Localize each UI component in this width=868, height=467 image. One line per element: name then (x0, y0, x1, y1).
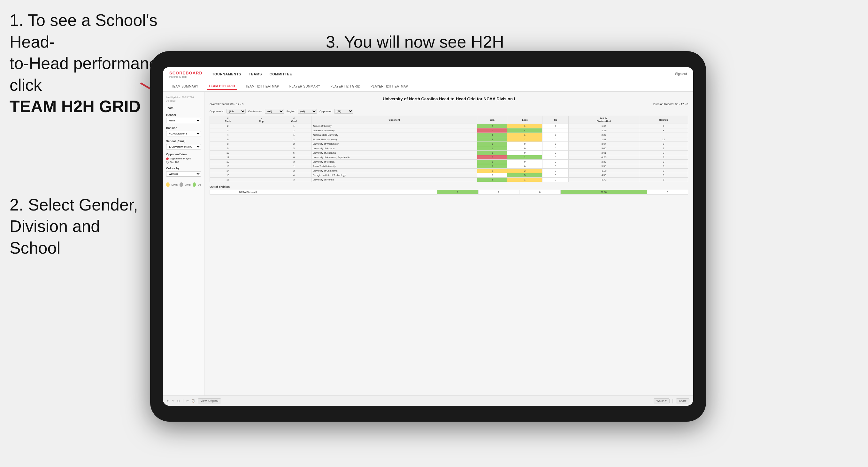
radio-opponents-played[interactable]: Opponents Played (166, 157, 201, 160)
grid-title: University of North Carolina Head-to-Hea… (210, 96, 688, 101)
logo-text: SCOREBOARD (169, 71, 203, 75)
nav-items: TOURNAMENTS TEAMS COMMITTEE (212, 71, 675, 77)
out-of-division-table: NCAA Division II 1 0 0 26.00 3 (210, 190, 688, 194)
table-row: 10 5 University of Alabama 3 0 0 2.61 8 (210, 151, 688, 155)
main-content: Last Updated: 27/03/2024 16:55:38 Team G… (163, 92, 693, 396)
table-row: 3 2 Vanderbilt University 0 4 0 -2.29 8 (210, 128, 688, 133)
annotation-bold: TEAM H2H GRID (9, 97, 141, 116)
nav-bar: SCOREBOARD Powered by clippi TOURNAMENTS… (163, 67, 693, 81)
col-opponent: Opponent (311, 116, 477, 124)
table-row: 16 3 University of Florida 3 1 0 -6.42 9 (210, 178, 688, 182)
table-row: 13 1 Texas Tech University 3 0 0 5.56 9 (210, 164, 688, 169)
panel-date: Last Updated: 27/03/2024 16:55:38 (166, 96, 201, 102)
color-up (193, 182, 196, 187)
out-of-division-label: Out of division (210, 185, 688, 188)
logo-sub: Powered by clippi (169, 76, 203, 78)
color-level (180, 182, 183, 187)
gender-select[interactable]: Men's (166, 118, 201, 123)
sign-out[interactable]: Sign out (675, 72, 687, 76)
out-of-division-row: NCAA Division II 1 0 0 26.00 3 (210, 190, 688, 194)
opponent-filter[interactable]: (All) (334, 109, 353, 114)
sub-nav-player-h2h-heatmap[interactable]: PLAYER H2H HEATMAP (369, 83, 410, 89)
col-diff: Diff AvStrokes/Rnd (569, 116, 639, 124)
table-row: 12 3 University of Virginia 1 0 0 2.33 3 (210, 160, 688, 164)
watch-btn[interactable]: Watch ▾ (654, 398, 670, 403)
table-row: 11 6 University of Arkansas, Fayettevill… (210, 155, 688, 160)
sub-nav-player-h2h-grid[interactable]: PLAYER H2H GRID (329, 83, 362, 89)
colour-by-select[interactable]: Win/loss (166, 171, 201, 177)
division-select[interactable]: NCAA Division I (166, 131, 201, 136)
opponents-filter[interactable]: (All) (226, 109, 246, 114)
school-select[interactable]: 1. University of Nort... (166, 144, 201, 150)
table-row: 8 2 University of Washington 1 0 0 3.67 … (210, 142, 688, 146)
sub-nav-player-summary[interactable]: PLAYER SUMMARY (287, 83, 322, 89)
table-row: 9 3 University of Arizona 1 0 0 9.00 2 (210, 146, 688, 151)
radio-top-100[interactable]: Top 100 (166, 161, 201, 163)
table-row: 4 1 Arizona State University 5 1 0 2.29 (210, 133, 688, 137)
school-label: School (Rank) (166, 139, 201, 143)
color-down (166, 182, 169, 187)
sub-nav-team-summary[interactable]: TEAM SUMMARY (169, 83, 200, 89)
radio-group: Opponents Played Top 100 (166, 157, 201, 163)
conference-filter[interactable]: (All) (265, 109, 284, 114)
share-btn[interactable]: Share (676, 398, 689, 403)
table-row: 2 1 Auburn University 2 1 0 1.67 9 (210, 124, 688, 128)
out-div-win: 1 (437, 190, 478, 194)
col-loss: Loss (507, 116, 542, 124)
team-label: Team (166, 106, 201, 110)
out-div-rounds: 3 (647, 190, 688, 194)
division-label: Division (166, 126, 201, 130)
table-row: 6 2 Florida State University 2 2 0 1.83 … (210, 137, 688, 142)
annotation-left-mid: 2. Select Gender, Division and School (9, 173, 138, 259)
col-rounds: Rounds (639, 116, 688, 124)
view-original-btn[interactable]: View: Original (198, 398, 221, 403)
col-tie: Tie (542, 116, 569, 124)
nav-committee[interactable]: COMMITTEE (270, 71, 292, 77)
col-win: Win (477, 116, 507, 124)
color-legend: Down Level Up (166, 182, 201, 187)
out-div-diff: 26.00 (560, 190, 647, 194)
nav-tournaments[interactable]: TOURNAMENTS (212, 71, 241, 77)
tablet-screen: SCOREBOARD Powered by clippi TOURNAMENTS… (163, 67, 693, 406)
tablet-frame: SCOREBOARD Powered by clippi TOURNAMENTS… (150, 51, 706, 422)
data-table: #Rank #Reg #Conf Opponent Win Loss Tie D… (210, 116, 688, 182)
col-conf: #Conf (277, 116, 311, 124)
annotation-line2: to-Head performance click (9, 54, 166, 94)
table-row: 15 4 Georgia Institute of Technology 0 5… (210, 173, 688, 178)
out-div-tie: 0 (520, 190, 560, 194)
sub-nav: TEAM SUMMARY TEAM H2H GRID TEAM H2H HEAT… (163, 81, 693, 92)
annotation-line1: 1. To see a School's Head- (9, 11, 157, 51)
record-row: Overall Record: 89 - 17 - 0 Division Rec… (210, 102, 688, 106)
col-reg: #Reg (246, 116, 277, 124)
table-row: 14 2 University of Oklahoma 1 2 0 -1.00 … (210, 169, 688, 173)
left-panel: Last Updated: 27/03/2024 16:55:38 Team G… (163, 92, 205, 396)
bottom-toolbar: ↩ ↪ ⭯ | ✂ ⌚ View: Original Watch ▾ | Sha… (163, 396, 693, 406)
sub-nav-team-h2h-grid[interactable]: TEAM H2H GRID (207, 83, 237, 90)
sub-nav-team-h2h-heatmap[interactable]: TEAM H2H HEATMAP (243, 83, 281, 89)
logo-area: SCOREBOARD Powered by clippi (169, 70, 203, 78)
filters-row: Opponents: (All) Conference (All) Region… (210, 109, 688, 114)
out-div-name: NCAA Division II (238, 190, 437, 194)
colour-by-label: Colour by (166, 167, 201, 170)
nav-teams[interactable]: TEAMS (249, 71, 262, 77)
gender-label: Gender (166, 114, 201, 117)
out-div-loss: 0 (478, 190, 519, 194)
grid-area: University of North Carolina Head-to-Hea… (205, 92, 693, 396)
region-filter[interactable]: (All) (298, 109, 317, 114)
opponent-view-label: Opponent View (166, 153, 201, 156)
col-rank: #Rank (210, 116, 246, 124)
